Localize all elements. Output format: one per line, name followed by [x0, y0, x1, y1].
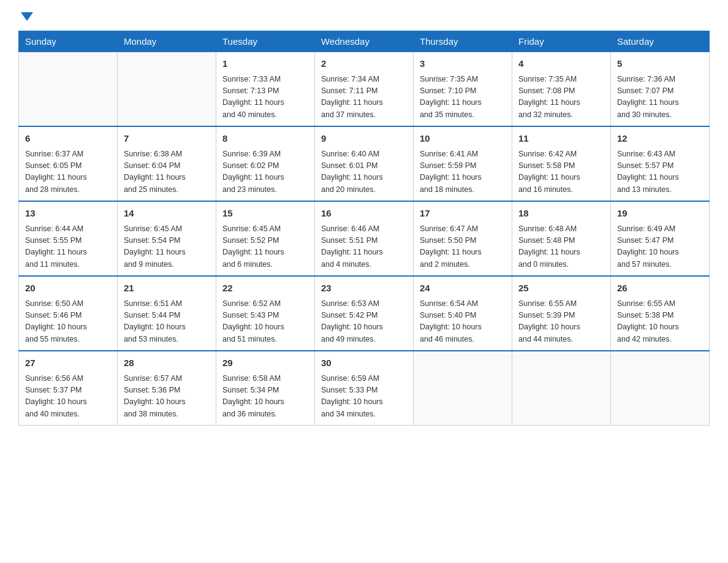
calendar-week-3: 13Sunrise: 6:44 AM Sunset: 5:55 PM Dayli…	[19, 201, 710, 276]
calendar-cell: 3Sunrise: 7:35 AM Sunset: 7:10 PM Daylig…	[414, 52, 512, 127]
calendar-table: SundayMondayTuesdayWednesdayThursdayFrid…	[18, 31, 710, 426]
day-info: Sunrise: 6:53 AM Sunset: 5:42 PM Dayligh…	[321, 298, 407, 346]
day-info: Sunrise: 6:50 AM Sunset: 5:46 PM Dayligh…	[25, 298, 111, 346]
day-number: 6	[25, 132, 111, 146]
calendar-cell: 26Sunrise: 6:55 AM Sunset: 5:38 PM Dayli…	[611, 276, 710, 351]
day-info: Sunrise: 6:51 AM Sunset: 5:44 PM Dayligh…	[124, 298, 210, 346]
day-number: 7	[124, 132, 210, 146]
weekday-header-monday: Monday	[118, 31, 216, 52]
calendar-week-5: 27Sunrise: 6:56 AM Sunset: 5:37 PM Dayli…	[19, 351, 710, 426]
day-info: Sunrise: 6:59 AM Sunset: 5:33 PM Dayligh…	[321, 373, 407, 421]
calendar-cell: 20Sunrise: 6:50 AM Sunset: 5:46 PM Dayli…	[19, 276, 118, 351]
calendar-cell	[19, 52, 118, 127]
calendar-cell: 5Sunrise: 7:36 AM Sunset: 7:07 PM Daylig…	[611, 52, 710, 127]
calendar-cell	[118, 52, 216, 127]
day-number: 3	[420, 57, 506, 71]
day-info: Sunrise: 6:55 AM Sunset: 5:39 PM Dayligh…	[518, 298, 604, 346]
day-number: 17	[420, 207, 506, 221]
calendar-cell	[414, 351, 512, 426]
day-info: Sunrise: 6:42 AM Sunset: 5:58 PM Dayligh…	[518, 148, 604, 196]
logo	[18, 12, 33, 21]
day-info: Sunrise: 7:34 AM Sunset: 7:11 PM Dayligh…	[321, 74, 407, 121]
day-number: 5	[617, 57, 703, 71]
calendar-cell: 4Sunrise: 7:35 AM Sunset: 7:08 PM Daylig…	[512, 52, 611, 127]
day-info: Sunrise: 6:54 AM Sunset: 5:40 PM Dayligh…	[420, 298, 506, 346]
calendar-cell: 12Sunrise: 6:43 AM Sunset: 5:57 PM Dayli…	[611, 126, 710, 201]
day-info: Sunrise: 6:45 AM Sunset: 5:54 PM Dayligh…	[124, 223, 210, 271]
day-number: 28	[124, 356, 210, 370]
weekday-header-thursday: Thursday	[414, 31, 512, 52]
calendar-cell: 21Sunrise: 6:51 AM Sunset: 5:44 PM Dayli…	[118, 276, 216, 351]
day-info: Sunrise: 6:47 AM Sunset: 5:50 PM Dayligh…	[420, 223, 506, 271]
day-number: 21	[124, 282, 210, 296]
calendar-week-2: 6Sunrise: 6:37 AM Sunset: 6:05 PM Daylig…	[19, 126, 710, 201]
day-number: 12	[617, 132, 703, 146]
calendar-cell: 17Sunrise: 6:47 AM Sunset: 5:50 PM Dayli…	[414, 201, 512, 276]
calendar-cell: 22Sunrise: 6:52 AM Sunset: 5:43 PM Dayli…	[216, 276, 315, 351]
calendar-cell: 9Sunrise: 6:40 AM Sunset: 6:01 PM Daylig…	[315, 126, 414, 201]
day-info: Sunrise: 6:48 AM Sunset: 5:48 PM Dayligh…	[518, 223, 604, 271]
calendar-cell: 6Sunrise: 6:37 AM Sunset: 6:05 PM Daylig…	[19, 126, 118, 201]
calendar-cell	[512, 351, 611, 426]
calendar-cell: 15Sunrise: 6:45 AM Sunset: 5:52 PM Dayli…	[216, 201, 315, 276]
day-number: 22	[222, 282, 308, 296]
calendar-cell: 8Sunrise: 6:39 AM Sunset: 6:02 PM Daylig…	[216, 126, 315, 201]
day-number: 24	[420, 282, 506, 296]
day-info: Sunrise: 6:49 AM Sunset: 5:47 PM Dayligh…	[617, 223, 703, 271]
day-info: Sunrise: 7:35 AM Sunset: 7:10 PM Dayligh…	[420, 74, 506, 121]
weekday-header-sunday: Sunday	[19, 31, 118, 52]
day-info: Sunrise: 7:35 AM Sunset: 7:08 PM Dayligh…	[518, 74, 604, 121]
day-info: Sunrise: 6:41 AM Sunset: 5:59 PM Dayligh…	[420, 148, 506, 196]
day-info: Sunrise: 6:37 AM Sunset: 6:05 PM Dayligh…	[25, 148, 111, 196]
calendar-cell: 10Sunrise: 6:41 AM Sunset: 5:59 PM Dayli…	[414, 126, 512, 201]
calendar-cell: 29Sunrise: 6:58 AM Sunset: 5:34 PM Dayli…	[216, 351, 315, 426]
day-number: 15	[222, 207, 308, 221]
day-number: 19	[617, 207, 703, 221]
day-info: Sunrise: 6:43 AM Sunset: 5:57 PM Dayligh…	[617, 148, 703, 196]
page-header	[18, 12, 710, 21]
calendar-cell: 13Sunrise: 6:44 AM Sunset: 5:55 PM Dayli…	[19, 201, 118, 276]
calendar-cell: 25Sunrise: 6:55 AM Sunset: 5:39 PM Dayli…	[512, 276, 611, 351]
calendar-cell: 30Sunrise: 6:59 AM Sunset: 5:33 PM Dayli…	[315, 351, 414, 426]
calendar-cell: 1Sunrise: 7:33 AM Sunset: 7:13 PM Daylig…	[216, 52, 315, 127]
day-info: Sunrise: 6:55 AM Sunset: 5:38 PM Dayligh…	[617, 298, 703, 346]
day-number: 10	[420, 132, 506, 146]
calendar-cell: 28Sunrise: 6:57 AM Sunset: 5:36 PM Dayli…	[118, 351, 216, 426]
day-number: 8	[222, 132, 308, 146]
day-info: Sunrise: 6:46 AM Sunset: 5:51 PM Dayligh…	[321, 223, 407, 271]
day-number: 30	[321, 356, 407, 370]
calendar-cell: 18Sunrise: 6:48 AM Sunset: 5:48 PM Dayli…	[512, 201, 611, 276]
calendar-cell: 7Sunrise: 6:38 AM Sunset: 6:04 PM Daylig…	[118, 126, 216, 201]
day-info: Sunrise: 6:56 AM Sunset: 5:37 PM Dayligh…	[25, 373, 111, 421]
weekday-header-friday: Friday	[512, 31, 611, 52]
day-number: 16	[321, 207, 407, 221]
day-number: 27	[25, 356, 111, 370]
weekday-header-wednesday: Wednesday	[315, 31, 414, 52]
day-number: 26	[617, 282, 703, 296]
day-info: Sunrise: 6:39 AM Sunset: 6:02 PM Dayligh…	[222, 148, 308, 196]
day-info: Sunrise: 6:58 AM Sunset: 5:34 PM Dayligh…	[222, 373, 308, 421]
calendar-cell: 16Sunrise: 6:46 AM Sunset: 5:51 PM Dayli…	[315, 201, 414, 276]
day-info: Sunrise: 6:57 AM Sunset: 5:36 PM Dayligh…	[124, 373, 210, 421]
day-number: 25	[518, 282, 604, 296]
calendar-week-4: 20Sunrise: 6:50 AM Sunset: 5:46 PM Dayli…	[19, 276, 710, 351]
day-info: Sunrise: 6:40 AM Sunset: 6:01 PM Dayligh…	[321, 148, 407, 196]
calendar-cell: 27Sunrise: 6:56 AM Sunset: 5:37 PM Dayli…	[19, 351, 118, 426]
day-number: 9	[321, 132, 407, 146]
day-number: 23	[321, 282, 407, 296]
calendar-cell: 2Sunrise: 7:34 AM Sunset: 7:11 PM Daylig…	[315, 52, 414, 127]
calendar-cell: 14Sunrise: 6:45 AM Sunset: 5:54 PM Dayli…	[118, 201, 216, 276]
weekday-header-tuesday: Tuesday	[216, 31, 315, 52]
weekday-header-saturday: Saturday	[611, 31, 710, 52]
calendar-cell: 24Sunrise: 6:54 AM Sunset: 5:40 PM Dayli…	[414, 276, 512, 351]
day-number: 4	[518, 57, 604, 71]
day-number: 18	[518, 207, 604, 221]
calendar-cell: 23Sunrise: 6:53 AM Sunset: 5:42 PM Dayli…	[315, 276, 414, 351]
day-number: 11	[518, 132, 604, 146]
day-info: Sunrise: 7:36 AM Sunset: 7:07 PM Dayligh…	[617, 74, 703, 121]
day-info: Sunrise: 6:52 AM Sunset: 5:43 PM Dayligh…	[222, 298, 308, 346]
day-info: Sunrise: 6:45 AM Sunset: 5:52 PM Dayligh…	[222, 223, 308, 271]
weekday-header-row: SundayMondayTuesdayWednesdayThursdayFrid…	[19, 31, 710, 52]
calendar-week-1: 1Sunrise: 7:33 AM Sunset: 7:13 PM Daylig…	[19, 52, 710, 127]
day-number: 20	[25, 282, 111, 296]
